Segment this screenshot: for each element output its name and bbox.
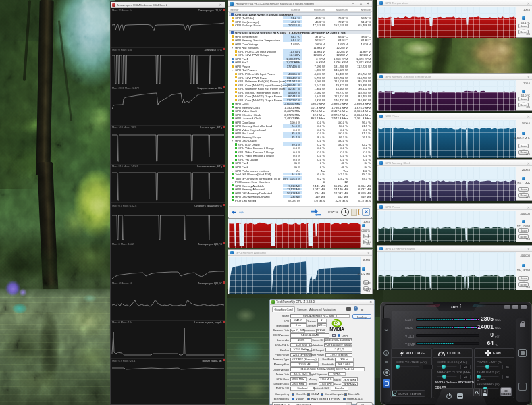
svg-text:NVIDIA: NVIDIA <box>329 327 344 331</box>
